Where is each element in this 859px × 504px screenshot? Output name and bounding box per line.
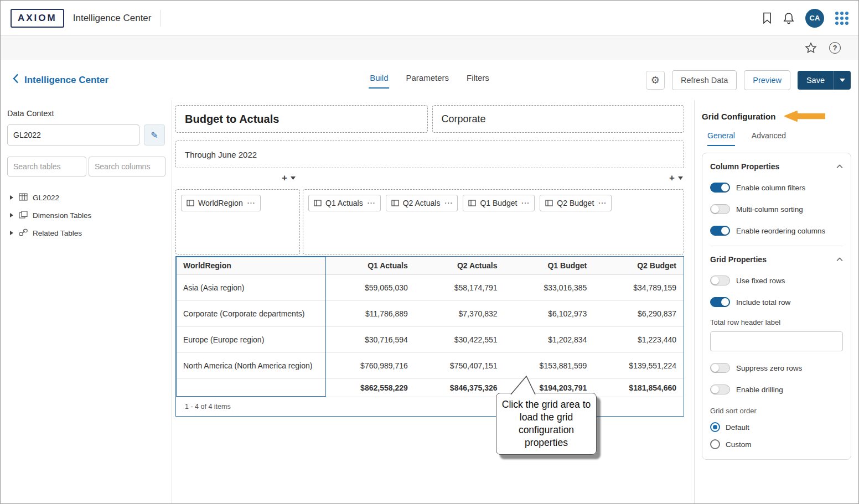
save-button[interactable]: Save	[798, 71, 851, 90]
radio-button[interactable]	[710, 422, 720, 432]
grid-header-row: WorldRegion Q1 Actuals Q2 Actuals Q1 Bud…	[176, 257, 684, 274]
toggle-switch[interactable]	[710, 276, 730, 285]
refresh-data-button[interactable]: Refresh Data	[672, 70, 737, 90]
data-grid[interactable]: WorldRegion Q1 Actuals Q2 Actuals Q1 Bud…	[176, 257, 684, 397]
field-chip-q1-budget[interactable]: Q1 Budget ⋯	[463, 195, 535, 211]
tab-advanced[interactable]: Advanced	[752, 131, 786, 146]
toggle-switch[interactable]	[710, 226, 730, 236]
radio-custom[interactable]: Custom	[710, 439, 843, 449]
report-title-block[interactable]: Budget to Actuals	[175, 105, 428, 133]
field-chip-q1-actuals[interactable]: Q1 Actuals ⋯	[308, 195, 381, 211]
field-chip-worldregion[interactable]: WorldRegion ⋯	[181, 195, 261, 211]
grid-cell[interactable]: $153,881,599	[505, 352, 594, 378]
chevron-right-icon[interactable]	[9, 230, 14, 236]
apps-grid-icon[interactable]	[835, 12, 848, 25]
grid-cell[interactable]: $1,223,440	[594, 326, 684, 352]
collapse-chevron-up-icon[interactable]	[836, 164, 843, 169]
radio-button[interactable]	[710, 439, 720, 449]
grid-row[interactable]: Europe (Europe region) $30,716,594 $30,4…	[176, 326, 684, 352]
grid-cell[interactable]: $1,202,834	[505, 326, 594, 352]
grid-cell[interactable]: $34,789,159	[594, 274, 684, 300]
tree-item-gl2022[interactable]: GL2022	[7, 189, 165, 206]
row-fields-zone[interactable]: WorldRegion ⋯	[175, 189, 300, 254]
tree-item-dimension-tables[interactable]: Dimension Tables	[7, 206, 165, 224]
more-menu-icon[interactable]: ⋯	[444, 201, 452, 205]
preview-button[interactable]: Preview	[744, 70, 790, 90]
grid-cell[interactable]: $30,422,551	[415, 326, 505, 352]
save-label[interactable]: Save	[798, 71, 834, 90]
grid-cell[interactable]: $33,016,385	[505, 274, 594, 300]
field-chip-q2-budget[interactable]: Q2 Budget ⋯	[540, 195, 612, 211]
grid-cell[interactable]: $6,102,973	[505, 300, 594, 326]
tab-filters[interactable]: Filters	[465, 70, 490, 89]
grid-header-cell[interactable]: Q1 Budget	[505, 257, 594, 274]
column-fields-zone[interactable]: Q1 Actuals ⋯ Q2 Actuals ⋯ Q1 Budget ⋯	[303, 189, 684, 254]
more-menu-icon[interactable]: ⋯	[367, 201, 375, 205]
grid-header-cell[interactable]: WorldRegion	[176, 257, 325, 274]
grid-cell[interactable]: $139,551,224	[594, 352, 684, 378]
column-properties-section-header[interactable]: Column Properties	[710, 162, 843, 171]
toggle-switch[interactable]	[710, 297, 730, 307]
tab-general[interactable]: General	[707, 131, 735, 146]
data-grid-area[interactable]: WorldRegion Q1 Actuals Q2 Actuals Q1 Bud…	[175, 256, 684, 417]
toggle-switch[interactable]	[710, 183, 730, 193]
settings-gear-icon[interactable]: ⚙	[646, 71, 665, 90]
add-row-element-button[interactable]: +	[282, 173, 296, 183]
grid-properties-section-header[interactable]: Grid Properties	[710, 255, 843, 264]
bookmark-icon[interactable]	[762, 12, 772, 24]
grid-header-cell[interactable]: Q2 Budget	[594, 257, 684, 274]
grid-total-row[interactable]: $862,558,229 $846,375,326 $194,203,791 $…	[176, 378, 684, 397]
grid-cell[interactable]: North America (North America region)	[176, 352, 325, 378]
field-chip-q2-actuals[interactable]: Q2 Actuals ⋯	[386, 195, 458, 211]
bell-icon[interactable]	[783, 12, 794, 24]
grid-cell[interactable]: $11,786,889	[325, 300, 415, 326]
more-menu-icon[interactable]: ⋯	[247, 201, 255, 205]
grid-total-cell: $862,558,229	[325, 378, 415, 397]
grid-cell[interactable]: $760,989,716	[325, 352, 415, 378]
toggle-switch[interactable]	[710, 363, 730, 373]
report-period-block[interactable]: Through June 2022	[175, 141, 684, 168]
edit-pencil-icon[interactable]: ✎	[144, 124, 165, 146]
chevron-right-icon[interactable]	[9, 212, 14, 218]
grid-cell[interactable]: $750,407,151	[415, 352, 505, 378]
favorite-star-icon[interactable]	[805, 42, 817, 54]
tree-item-related-tables[interactable]: Related Tables	[7, 224, 165, 242]
total-row-header-input[interactable]	[710, 331, 843, 351]
search-columns-input[interactable]	[89, 157, 165, 176]
avatar[interactable]: CA	[805, 9, 824, 28]
chevron-right-icon[interactable]	[9, 195, 14, 200]
app-window: AXIOM Intelligence Center CA ?	[0, 0, 859, 504]
save-caret-down-icon[interactable]	[834, 71, 851, 90]
grid-cell[interactable]: Asia (Asia region)	[176, 274, 325, 300]
collapse-chevron-up-icon[interactable]	[836, 257, 843, 262]
report-entity-block[interactable]: Corporate	[432, 105, 685, 133]
add-column-element-button[interactable]: +	[669, 173, 683, 183]
grid-cell[interactable]: $58,174,791	[415, 274, 505, 300]
toggle-switch[interactable]	[710, 385, 730, 394]
back-to-intelligence-center[interactable]: Intelligence Center	[13, 74, 108, 86]
grid-cell[interactable]: $30,716,594	[325, 326, 415, 352]
grid-cell[interactable]: $6,290,837	[594, 300, 684, 326]
grid-row[interactable]: Corporate (Corporate departments) $11,78…	[176, 300, 684, 326]
grid-row[interactable]: Asia (Asia region) $59,065,030 $58,174,7…	[176, 274, 684, 300]
grid-row[interactable]: North America (North America region) $76…	[176, 352, 684, 378]
tab-parameters[interactable]: Parameters	[405, 70, 450, 89]
grid-cell[interactable]: Europe (Europe region)	[176, 326, 325, 352]
chip-label: Q2 Actuals	[403, 199, 441, 207]
grid-cell[interactable]: $7,370,832	[415, 300, 505, 326]
grid-header-cell[interactable]: Q1 Actuals	[325, 257, 415, 274]
radio-default[interactable]: Default	[710, 422, 843, 432]
search-tables-input[interactable]	[7, 157, 86, 176]
grid-cell[interactable]: Corporate (Corporate departments)	[176, 300, 325, 326]
dimension-tables-icon	[19, 211, 28, 220]
data-context-input[interactable]	[7, 124, 139, 146]
toggle-switch[interactable]	[710, 204, 730, 214]
toggle-use-fixed-rows: Use fixed rows	[710, 276, 843, 285]
grid-header-cell[interactable]: Q2 Actuals	[415, 257, 505, 274]
more-menu-icon[interactable]: ⋯	[598, 201, 606, 205]
grid-cell[interactable]: $59,065,030	[325, 274, 415, 300]
radio-label: Custom	[726, 440, 752, 449]
more-menu-icon[interactable]: ⋯	[521, 201, 529, 205]
help-icon[interactable]: ?	[829, 42, 841, 54]
tab-build[interactable]: Build	[369, 70, 389, 89]
